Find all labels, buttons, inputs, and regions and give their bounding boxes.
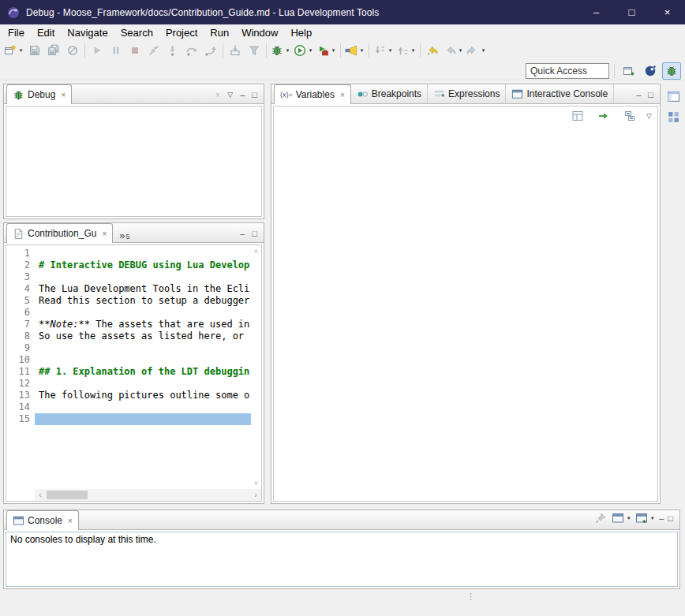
terminate-button[interactable] <box>125 42 144 59</box>
menu-run[interactable]: Run <box>204 25 235 40</box>
step-return-button[interactable] <box>201 42 220 59</box>
minimize-window-button[interactable]: – <box>578 0 614 24</box>
use-step-filters-button[interactable] <box>245 42 264 59</box>
scroll-right-icon[interactable]: › <box>250 489 261 501</box>
code-line[interactable]: **Note:** The assets that are used in <box>35 319 251 330</box>
debug-view-content[interactable] <box>6 106 262 217</box>
code-line[interactable] <box>35 342 251 354</box>
editor-horizontal-scrollbar[interactable]: ‹ › <box>35 489 261 501</box>
suspend-button[interactable] <box>107 42 125 59</box>
line-number[interactable]: 1 <box>6 248 30 259</box>
maximize-view-button[interactable]: □ <box>668 514 673 523</box>
minimized-view-grid-button[interactable] <box>664 107 683 126</box>
tab-console[interactable]: Console × <box>6 510 79 530</box>
code-line[interactable]: ## 1. Explanation of the LDT debuggin <box>35 366 251 378</box>
remove-terminated-button[interactable]: × <box>215 91 220 99</box>
line-number[interactable]: 7 <box>6 319 30 330</box>
line-number[interactable]: 11 <box>6 366 30 378</box>
step-into-button[interactable] <box>163 42 182 59</box>
code-line[interactable]: The Lua Development Tools in the Ecli <box>35 283 251 295</box>
line-number[interactable]: 6 <box>6 307 30 319</box>
menu-project[interactable]: Project <box>159 25 204 40</box>
close-icon[interactable]: × <box>68 517 73 525</box>
console-content[interactable]: No consoles to display at this time. <box>6 532 678 587</box>
view-menu-icon[interactable]: ▽ <box>646 113 652 120</box>
code-line[interactable] <box>35 354 251 366</box>
step-over-button[interactable] <box>182 42 201 59</box>
display-selected-console-button[interactable]: ▾ <box>612 511 631 525</box>
tab-variables[interactable]: (x)= Variables × <box>274 84 351 104</box>
code-line[interactable] <box>35 378 251 390</box>
code-line[interactable]: Read this section to setup a debugger <box>35 295 251 307</box>
code-line[interactable] <box>35 248 251 259</box>
line-number[interactable]: 13 <box>6 390 30 401</box>
menu-search[interactable]: Search <box>114 25 159 40</box>
code-line[interactable]: # Interactive DEBUG using Lua Develop <box>35 259 251 271</box>
line-number[interactable]: 14 <box>6 401 30 413</box>
last-edit-location-button[interactable] <box>423 42 442 59</box>
resume-button[interactable] <box>88 42 107 59</box>
scrollbar-thumb[interactable] <box>47 491 88 499</box>
code-line[interactable] <box>35 413 251 425</box>
view-menu-icon[interactable]: ▽ <box>227 91 233 99</box>
close-icon[interactable]: × <box>340 91 345 99</box>
code-line[interactable] <box>35 271 251 283</box>
sash-grip-icon[interactable]: ⋮ <box>466 592 475 602</box>
open-console-button[interactable]: ▾ <box>635 511 655 525</box>
line-number[interactable]: 12 <box>6 378 30 390</box>
collapse-all-button[interactable] <box>620 107 639 125</box>
debug-button[interactable]: ▾ <box>269 42 292 59</box>
maximize-view-button[interactable]: □ <box>648 91 653 99</box>
minimize-view-button[interactable]: – <box>240 91 245 99</box>
lua-perspective-button[interactable] <box>641 62 660 80</box>
next-annotation-button[interactable]: ▾ <box>372 42 395 59</box>
tab-breakpoints[interactable]: Breakpoints <box>351 84 428 103</box>
debug-perspective-button[interactable] <box>662 62 681 80</box>
menu-help[interactable]: Help <box>284 25 318 40</box>
tab-overflow-chevron[interactable]: » 5 <box>113 223 134 242</box>
line-number[interactable]: 4 <box>6 283 30 295</box>
code-line[interactable] <box>35 401 251 413</box>
variables-empty-area[interactable] <box>274 125 657 501</box>
pin-console-button[interactable] <box>593 511 608 525</box>
maximize-window-button[interactable]: □ <box>614 0 649 24</box>
disconnect-button[interactable] <box>144 42 163 59</box>
save-all-button[interactable] <box>44 42 63 59</box>
line-number[interactable]: 2 <box>6 259 30 271</box>
code-line[interactable]: So use the assets as listed here, or <box>35 330 251 342</box>
drop-to-frame-button[interactable] <box>226 42 245 59</box>
run-button[interactable]: ▾ <box>292 42 315 59</box>
tab-interactive-console[interactable]: Interactive Console <box>506 84 614 103</box>
show-logical-structures-button[interactable] <box>594 107 613 125</box>
code-line[interactable]: The following pictures outline some o <box>35 390 251 401</box>
menu-edit[interactable]: Edit <box>31 25 61 40</box>
quick-access-input[interactable] <box>526 63 609 79</box>
scroll-left-icon[interactable]: ‹ <box>35 489 46 501</box>
menu-window[interactable]: Window <box>235 25 284 40</box>
forward-button[interactable]: ▾ <box>465 42 488 59</box>
line-number[interactable]: 10 <box>6 354 30 366</box>
code-area[interactable]: # Interactive DEBUG using Lua DevelopThe… <box>35 245 251 489</box>
external-tools-button[interactable]: ▾ <box>315 42 338 59</box>
show-type-names-button[interactable] <box>568 107 587 125</box>
previous-annotation-button[interactable]: ▾ <box>395 42 417 59</box>
line-number[interactable]: 9 <box>6 342 30 354</box>
scroll-down-icon[interactable]: ∨ <box>254 480 259 487</box>
close-window-button[interactable]: × <box>649 0 685 24</box>
menu-navigate[interactable]: Navigate <box>61 25 114 40</box>
maximize-view-button[interactable]: □ <box>252 230 257 238</box>
editor-vertical-scrollbar[interactable]: ∧ ∨ <box>251 245 261 489</box>
minimize-view-button[interactable]: – <box>659 514 664 523</box>
tab-expressions[interactable]: Expressions <box>428 84 506 103</box>
minimize-view-button[interactable]: – <box>636 91 641 99</box>
code-line[interactable] <box>35 307 251 319</box>
skip-all-breakpoints-button[interactable] <box>63 42 82 59</box>
line-number[interactable]: 8 <box>6 330 30 342</box>
close-icon[interactable]: × <box>61 91 66 99</box>
search-button[interactable]: ▾ <box>343 42 366 59</box>
line-number[interactable]: 3 <box>6 271 30 283</box>
line-number[interactable]: 5 <box>6 295 30 307</box>
tab-contribution-guide[interactable]: Contribution_Gu × <box>6 223 113 243</box>
menu-file[interactable]: File <box>2 25 31 40</box>
maximize-view-button[interactable]: □ <box>252 91 257 99</box>
